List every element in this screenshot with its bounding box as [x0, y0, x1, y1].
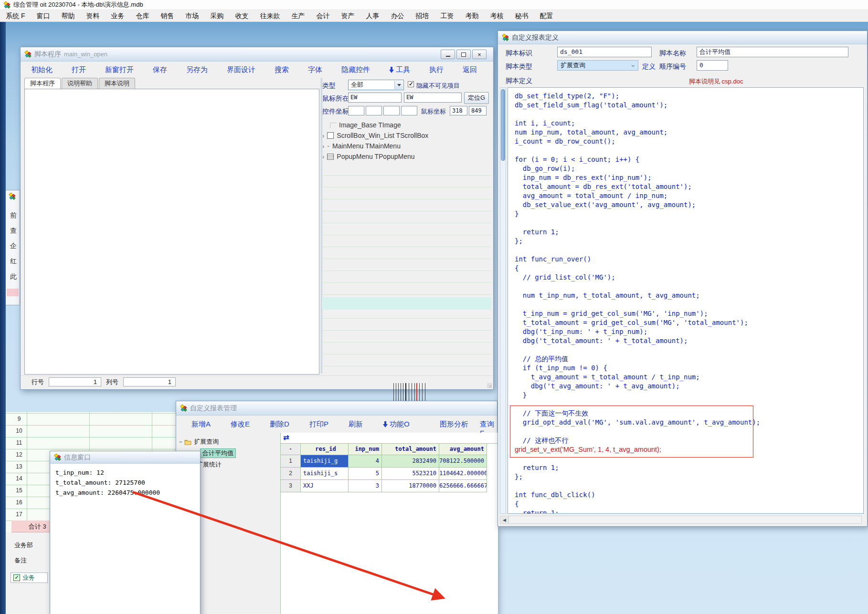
menu-item-9[interactable]: 收支 [229, 10, 254, 21]
script-type-select[interactable]: 扩展查询 › [557, 60, 638, 71]
grid-header-res_id[interactable]: res_id [301, 444, 349, 455]
toolbar-back[interactable]: 返回 [463, 65, 477, 74]
expander-icon[interactable]: › [322, 153, 324, 160]
toolbar-init[interactable]: 初始化 [31, 65, 53, 74]
code-vertical-scrollbar[interactable] [500, 87, 506, 514]
menu-item-6[interactable]: 销售 [155, 10, 180, 21]
menu-item-2[interactable]: 帮助 [55, 10, 80, 21]
grid-header-avg_amount[interactable]: avg_amount [439, 444, 487, 455]
tab-0[interactable]: 脚本程序 [24, 78, 61, 89]
report-definition-titlebar[interactable]: 自定义报表定义 [498, 31, 867, 44]
script-window-titlebar[interactable]: 脚本程序 main_win_open × [21, 47, 493, 62]
expander-icon[interactable]: › [322, 143, 324, 150]
toolbar-functions[interactable]: 功能O [383, 420, 410, 429]
report-tree-item[interactable]: ›扩展查询 [180, 437, 219, 447]
mouse-x-input[interactable]: 318 [450, 106, 467, 115]
control-coord-input-2[interactable] [366, 106, 382, 115]
toolbar-print[interactable]: 打印P [309, 420, 328, 429]
toolbar-delete[interactable]: 删除D [270, 420, 289, 429]
scrollbar-thumb[interactable] [501, 89, 505, 161]
grid-cell[interactable]: 2 [281, 468, 301, 480]
toolbar-refresh[interactable]: 刷新 [349, 420, 363, 429]
tab-1[interactable]: 说明帮助 [62, 78, 98, 89]
menu-item-20[interactable]: 秘书 [509, 10, 534, 21]
menu-item-19[interactable]: 考核 [484, 10, 509, 21]
locate-button[interactable]: 定位G [464, 92, 489, 104]
menu-item-18[interactable]: 考勤 [459, 10, 484, 21]
menu-item-13[interactable]: 资产 [335, 10, 360, 21]
toolbar-font[interactable]: 字体 [308, 65, 322, 74]
toolbar-run[interactable]: 执行 [429, 65, 444, 74]
menu-item-16[interactable]: 招培 [410, 10, 434, 21]
control-coord-input-1[interactable] [348, 106, 364, 115]
grid-header-marker[interactable]: - [281, 444, 301, 455]
hide-invisible-checkbox[interactable] [408, 81, 414, 87]
menu-item-14[interactable]: 人事 [360, 10, 385, 21]
sidebar-business-item[interactable]: ✓ 业务 [11, 572, 48, 583]
menu-item-17[interactable]: 工资 [434, 10, 459, 21]
toolbar-ui-design[interactable]: 界面设计 [227, 65, 255, 74]
menu-item-3[interactable]: 资料 [80, 10, 105, 21]
type-select[interactable]: 全部 [348, 80, 404, 90]
grid-cell[interactable]: taishiji_s [301, 468, 349, 480]
grid-header-inp_num[interactable]: inp_num [349, 444, 382, 455]
menu-item-12[interactable]: 会计 [310, 10, 335, 21]
toolbar-tools[interactable]: 工具 [389, 65, 410, 74]
control-coord-input-4[interactable] [401, 106, 417, 115]
toolbar-graph-analysis[interactable]: 图形分析 [440, 420, 468, 429]
menu-item-5[interactable]: 仓库 [130, 10, 155, 21]
order-input[interactable]: 0 [697, 60, 728, 71]
menu-item-4[interactable]: 业务 [105, 10, 130, 21]
toolbar-open-new-window[interactable]: 新窗打开 [105, 65, 134, 74]
grid-cell[interactable]: 6256666.666667 [439, 480, 487, 492]
menu-item-7[interactable]: 市场 [180, 10, 204, 21]
grid-cell[interactable]: 1 [281, 455, 301, 468]
control-coord-input-3[interactable] [383, 106, 400, 115]
controls-tree-item[interactable]: ›-MainMenu TMainMenu [322, 141, 490, 151]
grid-cell[interactable]: 2832490 [382, 455, 439, 468]
script-code-area[interactable]: db_set_field_type(2, "F");db_set_field_s… [508, 87, 864, 514]
code-horizontal-scrollbar[interactable]: ◀ [500, 516, 862, 524]
menu-item-11[interactable]: 生产 [286, 10, 310, 21]
controls-tree-item[interactable]: Image_Base TImage [322, 120, 490, 130]
menu-item-10[interactable]: 往来款 [254, 10, 286, 21]
controls-tree-item[interactable]: ›ScrollBox_Win_List TScrollBox [322, 130, 490, 141]
expander-down-icon[interactable]: › [178, 441, 185, 443]
restore-button[interactable] [456, 50, 471, 59]
menu-item-0[interactable]: 系统 F [0, 10, 31, 21]
toolbar-save[interactable]: 保存 [153, 65, 167, 74]
grid-cell[interactable]: 5523210 [382, 468, 439, 480]
script-editor[interactable] [24, 89, 319, 375]
toolbar-open[interactable]: 打开 [72, 65, 86, 74]
info-window-titlebar[interactable]: 信息窗口 [50, 451, 200, 464]
close-button[interactable]: × [472, 50, 487, 59]
mouse-at-input-1[interactable]: EW [348, 93, 402, 103]
tab-2[interactable]: 脚本说明 [99, 78, 135, 89]
toolbar-edit[interactable]: 修改E [231, 420, 250, 429]
scroll-left-button[interactable]: ◀ [500, 516, 509, 523]
minimize-button[interactable] [441, 50, 455, 59]
menu-item-8[interactable]: 采购 [204, 10, 229, 21]
menu-item-1[interactable]: 窗口 [31, 10, 55, 21]
grid-cell[interactable]: 3 [281, 480, 301, 492]
menu-item-21[interactable]: 配置 [534, 10, 559, 21]
grid-cell[interactable]: 708122.500000 [439, 455, 487, 468]
toolbar-hide-controls[interactable]: 隐藏控件 [341, 65, 370, 74]
toolbar-save-as[interactable]: 另存为 [186, 65, 208, 74]
grid-cell[interactable]: 5 [349, 468, 382, 480]
grid-cell[interactable]: 18770000 [382, 480, 439, 492]
script-name-input[interactable]: 合计平均值 [697, 47, 848, 57]
grid-cell[interactable]: 3 [349, 480, 382, 492]
mouse-y-input[interactable]: 849 [469, 106, 487, 115]
define-link[interactable]: 定义 [642, 62, 656, 71]
grid-cell[interactable]: 1104642.000000 [439, 468, 487, 480]
script-id-input[interactable]: ds_001 [557, 47, 652, 57]
report-manager-titlebar[interactable]: 自定义报表管理 [176, 401, 497, 416]
grid-header-total_amount[interactable]: total_amount [382, 444, 439, 455]
menu-item-15[interactable]: 办公 [385, 10, 410, 21]
toolbar-add[interactable]: 新增A [191, 420, 211, 429]
grid-cell[interactable]: 4 [349, 455, 382, 468]
toolbar-search[interactable]: 搜索 [275, 65, 289, 74]
dropdown-button[interactable] [394, 81, 403, 89]
grid-cell[interactable]: taishiji_g [301, 455, 349, 468]
